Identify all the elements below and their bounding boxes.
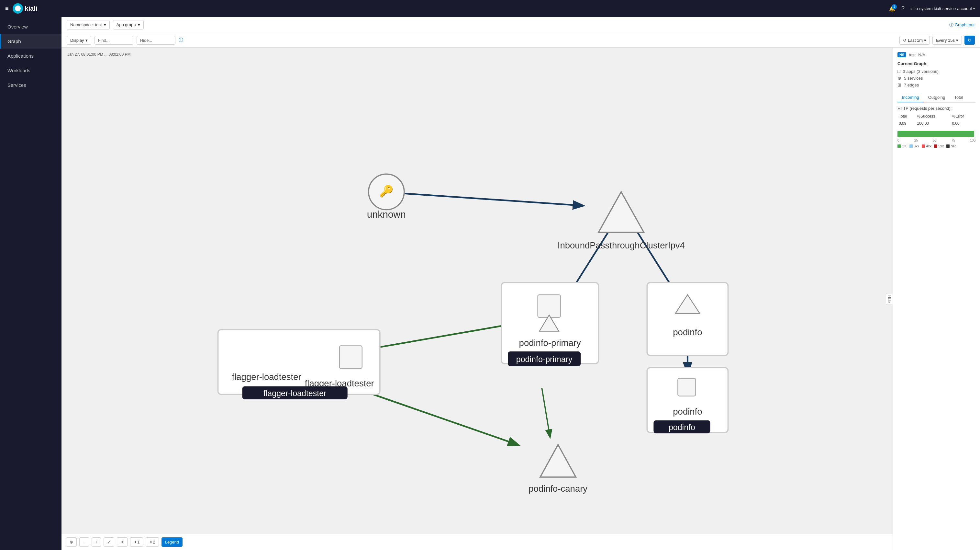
sidebar-item-applications[interactable]: Applications [0, 49, 62, 63]
tab-outgoing[interactable]: Outgoing [924, 93, 950, 102]
sidebar-item-label: Workloads [8, 68, 30, 73]
sidebar-item-label: Services [8, 82, 26, 88]
edges-icon: ⊞ [897, 82, 901, 88]
user-account-label: istio-system:kiali-service-account [910, 6, 972, 11]
svg-line-0 [404, 193, 582, 206]
val-error: 0.00 [951, 121, 975, 126]
interval-dropdown[interactable]: Every 15s ▾ [932, 36, 962, 45]
graph-svg: 🔑 unknown InboundPassthroughClusterIpv4 … [62, 48, 892, 550]
val-success: 100.00 [916, 121, 951, 126]
find-input[interactable] [94, 36, 133, 45]
user-account[interactable]: istio-system:kiali-service-account ▾ [910, 6, 975, 11]
display-label: Display [70, 38, 84, 43]
interval-label: Every 15s [936, 38, 955, 43]
toolbar2-left: Display ▾ ⓘ [67, 36, 183, 45]
tab-total[interactable]: Total [950, 93, 968, 102]
layout-button[interactable]: ✦ [117, 537, 127, 547]
graph-type-label: App graph [116, 22, 136, 27]
services-label: 5 services [904, 76, 923, 81]
notification-bell[interactable]: 🔔 1 [889, 5, 896, 12]
refresh-button[interactable]: ↻ [964, 36, 975, 45]
sidebar-item-label: Applications [8, 53, 33, 59]
sidebar-item-services[interactable]: Services [0, 78, 62, 92]
info-circle-icon: ⓘ [949, 22, 953, 28]
svg-rect-23 [678, 378, 695, 396]
chevron-down-icon: ▾ [924, 38, 926, 43]
graph-canvas[interactable]: Jan 27, 08:01:00 PM ... 08:02:00 PM Hide [62, 48, 892, 550]
time-range-dropdown[interactable]: ↺ Last 1m ▾ [899, 36, 930, 45]
axis-50: 50 [933, 139, 936, 142]
ns-line: NS test N/A [897, 52, 975, 57]
sidebar-item-label: Graph [8, 38, 21, 44]
sidebar-item-overview[interactable]: Overview [0, 19, 62, 34]
chart-area: 0 25 50 75 100 OK 3xx [897, 131, 975, 148]
legend-3xx: 3xx [910, 144, 919, 148]
layout2-button[interactable]: ✦2 [146, 537, 159, 547]
graph-type-dropdown[interactable]: App graph ▾ [113, 20, 144, 29]
display-dropdown[interactable]: Display ▾ [67, 36, 91, 45]
sidebar: Overview Graph Applications Workloads Se… [0, 17, 62, 550]
svg-text:podinfo: podinfo [669, 423, 695, 432]
svg-line-7 [542, 388, 550, 437]
top-nav: ≡ kiali 🔔 1 ? istio-system:kiali-service… [0, 0, 980, 17]
help-icon[interactable]: ? [901, 5, 905, 12]
legend-5xx-dot [934, 145, 937, 148]
nav-right: 🔔 1 ? istio-system:kiali-service-account… [889, 5, 975, 12]
legend-3xx-label: 3xx [914, 144, 919, 148]
legend-4xx-label: 4xx [926, 144, 931, 148]
legend-nr-dot [947, 145, 950, 148]
val-total: 0.09 [897, 121, 916, 126]
legend-5xx-label: 5xx [938, 144, 944, 148]
legend-button[interactable]: Legend [162, 537, 183, 547]
fit2-button[interactable]: ⤢ [103, 537, 114, 547]
namespace-dropdown[interactable]: Namespace: test ▾ [67, 20, 110, 29]
legend-ok-dot [897, 145, 901, 148]
services-icon: ⊕ [897, 75, 901, 81]
sidebar-item-graph[interactable]: Graph [0, 34, 62, 49]
apps-icon: □ [897, 69, 900, 74]
col-total: Total [897, 113, 916, 121]
svg-text:flagger-loadtester: flagger-loadtester [263, 389, 326, 398]
legend-ok-label: OK [902, 144, 907, 148]
svg-text:InboundPassthroughClusterIpv4: InboundPassthroughClusterIpv4 [558, 240, 685, 250]
graph-tour-link[interactable]: ⓘ Graph tour [949, 22, 975, 28]
refresh-icon: ↻ [968, 38, 972, 43]
zoom-in-button[interactable]: + [92, 537, 101, 547]
layout1-button[interactable]: ✦1 [130, 537, 143, 547]
sidebar-item-workloads[interactable]: Workloads [0, 63, 62, 78]
time-label: Last 1m [908, 38, 923, 43]
logo-icon [13, 3, 23, 14]
legend-ok: OK [897, 144, 907, 148]
svg-marker-33 [540, 445, 576, 477]
axis-0: 0 [897, 139, 899, 142]
zoom-out-button[interactable]: − [79, 537, 89, 547]
legend-5xx: 5xx [934, 144, 944, 148]
hamburger-icon[interactable]: ≡ [5, 5, 9, 12]
fit-button[interactable]: ⊕ [66, 537, 77, 547]
svg-text:podinfo-canary: podinfo-canary [528, 484, 587, 494]
hide-input[interactable] [137, 36, 175, 45]
col-error: %Error [951, 113, 975, 121]
toolbar2-right: ↺ Last 1m ▾ Every 15s ▾ ↻ [899, 36, 975, 45]
chart-bar-bg [897, 131, 975, 137]
bottom-toolbar: ⊕ − + ⤢ ✦ ✦1 ✦2 Legend [62, 534, 892, 550]
graph-area: Jan 27, 08:01:00 PM ... 08:02:00 PM Hide [62, 48, 980, 550]
chevron-down-icon: ▾ [138, 22, 140, 27]
main-content: Namespace: test ▾ App graph ▾ ⓘ Graph to… [62, 17, 980, 550]
tab-incoming[interactable]: Incoming [897, 93, 924, 102]
legend-nr-label: NR [951, 144, 956, 148]
svg-text:podinfo: podinfo [673, 327, 702, 337]
svg-text:unknown: unknown [367, 209, 406, 220]
axis-100: 100 [970, 139, 975, 142]
ns-name: test [909, 53, 916, 57]
legend-4xx: 4xx [922, 144, 931, 148]
toolbar-right: ⓘ Graph tour [949, 22, 975, 28]
chart-bar-fill [897, 131, 974, 137]
hide-panel-button[interactable]: Hide [886, 293, 892, 305]
info-icon[interactable]: ⓘ [179, 37, 183, 43]
chevron-down-icon: ▾ [956, 38, 958, 43]
http-title: HTTP (requests per second): [897, 106, 975, 111]
toolbar-top: Namespace: test ▾ App graph ▾ ⓘ Graph to… [62, 17, 980, 33]
apps-label: 3 apps (3 versions) [903, 69, 939, 74]
right-panel: NS test N/A Current Graph: □ 3 apps (3 v… [892, 48, 980, 550]
